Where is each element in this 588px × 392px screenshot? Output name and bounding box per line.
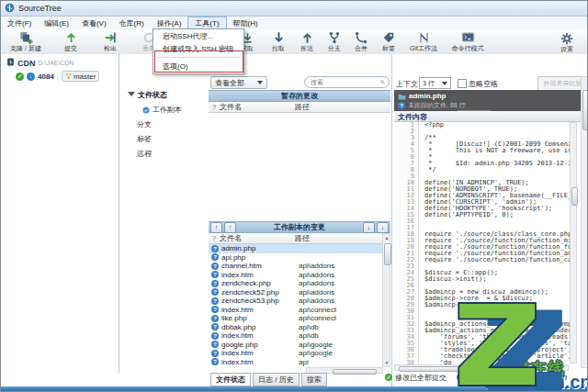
- table-row[interactable]: ?like.phpapi\connect: [209, 314, 383, 323]
- line-text: * This is NOT a freeware, use is subject: [419, 148, 576, 154]
- column-filename[interactable]: 文件名: [220, 102, 295, 112]
- search-input[interactable]: [309, 78, 380, 86]
- menu-6[interactable]: 工具(T): [187, 17, 226, 29]
- sidebar-item-working-copy[interactable]: 工作副本: [120, 102, 208, 117]
- panel-vscrollbar[interactable]: [581, 76, 588, 368]
- toolbar-checkout-button[interactable]: 检出: [91, 29, 130, 54]
- toolbar-tag-button[interactable]: 标签: [374, 29, 403, 54]
- toolbar-merge-button[interactable]: 合并: [348, 29, 374, 54]
- sidebar-item-tags[interactable]: 标签: [120, 131, 208, 146]
- toolbar-clone-button[interactable]: 克隆 / 新建: [1, 29, 51, 54]
- window-title: SourceTree: [18, 4, 62, 13]
- sidebar-item-branches[interactable]: 分支: [120, 117, 208, 131]
- ignore-whitespace-checkbox[interactable]: [458, 79, 467, 88]
- search-icon: [380, 78, 385, 86]
- branch-small-icon: [491, 374, 497, 381]
- table-row[interactable]: ?api.php: [209, 253, 383, 263]
- staged-column-header[interactable]: ? 文件名 路径: [209, 102, 390, 113]
- status-check-icon: ✓: [385, 374, 392, 381]
- file-path: api: [299, 358, 309, 366]
- table-row[interactable]: ?index.htmapi: [209, 358, 383, 367]
- file-name: index.htm: [221, 306, 299, 314]
- working-title: 工作副本的变更: [274, 222, 325, 232]
- search-box: [304, 76, 390, 88]
- table-row[interactable]: ?index.htmapi\google: [209, 349, 383, 358]
- stage-all-button[interactable]: ↑: [224, 222, 236, 233]
- working-column-header[interactable]: ? 文件名 路径: [209, 233, 390, 244]
- code-line: 16: [394, 218, 576, 225]
- sourcetree-window: SourceTree 文件(F)编辑(E)查看(V)仓库(R)操作(A)工具(T…: [0, 0, 588, 392]
- clean-check-icon: ✓: [16, 73, 24, 81]
- toolbar-push-button[interactable]: 推送: [293, 29, 321, 54]
- toolbar-label: 检出: [104, 44, 117, 53]
- toolbar-commit-button[interactable]: 提交: [51, 29, 91, 54]
- toolbar-label: 提交: [64, 44, 77, 53]
- menu-5[interactable]: 操作(A): [151, 17, 188, 29]
- file-path: api\addons: [299, 279, 334, 287]
- file-name: index.htm: [221, 349, 299, 357]
- discard-selected-button[interactable]: ↓: [363, 222, 375, 233]
- repo-icon: [6, 58, 15, 68]
- repo-nav-panel: 文件状态工作副本分支标签远程: [120, 54, 208, 373]
- tab-file-status[interactable]: 文件状态: [210, 373, 251, 386]
- menu-1[interactable]: 文件(F): [1, 17, 38, 29]
- tab-log-history[interactable]: 日志 / 历史: [253, 373, 300, 386]
- code-view: 1<?php23/**4 * [Discuz!] (C)2001-2099 Co…: [394, 122, 576, 366]
- file-path: api\google: [299, 349, 333, 357]
- table-row[interactable]: ?zendcheck.phpapi\addons: [209, 279, 383, 288]
- untracked-icon: ?: [211, 332, 219, 340]
- file-name: admin.php: [221, 244, 299, 252]
- toolbar-branch-button[interactable]: 分支: [321, 29, 348, 54]
- context-select[interactable]: 3 行: [419, 77, 451, 89]
- line-number: 2: [394, 129, 419, 135]
- menu-7[interactable]: 帮助(H): [227, 17, 265, 29]
- tab-search[interactable]: 搜索: [301, 373, 327, 386]
- table-row[interactable]: ?zendcheck52.phpapi\addons: [209, 288, 383, 297]
- table-row[interactable]: ?dbbak.phpapi\db: [209, 323, 383, 332]
- filter-dropdown[interactable]: 查看全部: [210, 76, 267, 89]
- stage-selected-button[interactable]: ↑: [210, 222, 222, 233]
- table-row[interactable]: ?index.htmapi\connect: [209, 306, 383, 315]
- toolbar-settings-button[interactable]: 设置: [550, 30, 583, 54]
- discard-all-button[interactable]: ↓: [377, 222, 389, 233]
- column-filename[interactable]: 文件名: [220, 233, 295, 243]
- file-name: zendcheck.php: [221, 279, 299, 287]
- code-line: 15define('APPTYPEID', 0);: [394, 212, 576, 218]
- menu-2[interactable]: 编辑(E): [38, 17, 75, 29]
- menu-4[interactable]: 仓库(R): [113, 17, 151, 29]
- code-vscrollbar[interactable]: [570, 122, 577, 364]
- line-text: <?php: [419, 122, 444, 129]
- table-row[interactable]: ?zendcheck53.phpapi\addons: [209, 297, 383, 306]
- untracked-icon: ?: [211, 341, 219, 348]
- expand-triangle-icon[interactable]: [128, 92, 135, 96]
- file-list-vscrollbar[interactable]: ▲ ▼: [382, 233, 390, 367]
- branch-name: master: [74, 73, 96, 81]
- gitflow-icon: [417, 30, 431, 44]
- sidebar-item-remotes[interactable]: 远程: [120, 146, 208, 161]
- table-row[interactable]: ?index.htmapi\db: [209, 331, 383, 341]
- table-row[interactable]: ?admin.php: [209, 244, 383, 253]
- table-row[interactable]: ?index.htmapi\addons: [209, 271, 383, 280]
- code-hscrollbar[interactable]: [394, 364, 569, 371]
- toolbar-terminal-button[interactable]: 命令行模式: [444, 29, 492, 54]
- push-icon: [301, 30, 313, 44]
- toolbar-pull-button[interactable]: 拉取: [264, 29, 293, 54]
- sidebar-item-file-status[interactable]: 文件状态: [120, 87, 208, 102]
- table-row[interactable]: ?channel.htmapi\addons: [209, 262, 383, 271]
- repo-bookmark[interactable]: CDN D:\JAE\CDN: [1, 54, 119, 68]
- table-row[interactable]: ?google.phpapi\google: [209, 341, 383, 350]
- file-path: api\addons: [299, 262, 334, 270]
- column-path[interactable]: 路径: [295, 102, 310, 112]
- line-text: $discuz->init();: [419, 276, 486, 283]
- line-text: define('APPTYPEID', 0);: [419, 212, 514, 218]
- line-text: */: [419, 167, 436, 174]
- column-path[interactable]: 路径: [295, 233, 310, 243]
- merge-icon: [355, 30, 368, 44]
- menu-item-launch-ssh-agent[interactable]: 启动SSH代理...: [153, 29, 243, 42]
- toolbar-label: Git工作流: [410, 44, 437, 53]
- file-path: api\db: [299, 323, 319, 331]
- menu-3[interactable]: 查看(V): [75, 17, 113, 29]
- repo-name: CDN: [17, 59, 36, 68]
- diff-file-status: 未跟踪的文件, 88 行: [408, 101, 466, 110]
- toolbar-gitflow-button[interactable]: Git工作流: [403, 29, 444, 54]
